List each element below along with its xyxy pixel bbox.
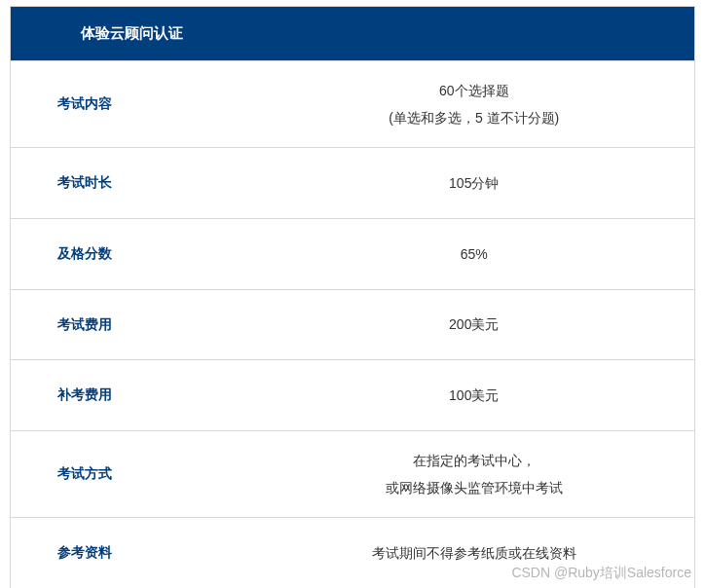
row-label-references: 参考资料	[11, 518, 254, 588]
value-line: 在指定的考试中心，	[274, 447, 676, 474]
table-row: 补考费用 100美元	[11, 360, 695, 431]
table-title: 体验云顾问认证	[11, 7, 254, 61]
row-label-duration: 考试时长	[11, 148, 254, 219]
row-label-exam-content: 考试内容	[11, 61, 254, 148]
value-line: (单选和多选，5 道不计分题)	[274, 104, 676, 131]
row-label-retake: 补考费用	[11, 360, 254, 431]
row-value-duration: 105分钟	[254, 148, 695, 219]
table-header-spacer	[254, 7, 695, 61]
row-value-exam-content: 60个选择题 (单选和多选，5 道不计分题)	[254, 61, 695, 148]
row-label-delivery: 考试方式	[11, 431, 254, 518]
table-header-row: 体验云顾问认证	[11, 7, 695, 61]
row-value-retake: 100美元	[254, 360, 695, 431]
table-row: 考试时长 105分钟	[11, 148, 695, 219]
table-row: 参考资料 考试期间不得参考纸质或在线资料	[11, 518, 695, 588]
value-line: 60个选择题	[274, 77, 676, 104]
certification-table: 体验云顾问认证 考试内容 60个选择题 (单选和多选，5 道不计分题) 考试时长…	[10, 6, 695, 588]
row-value-fee: 200美元	[254, 289, 695, 360]
table-row: 考试费用 200美元	[11, 289, 695, 360]
row-value-delivery: 在指定的考试中心， 或网络摄像头监管环境中考试	[254, 431, 695, 518]
row-label-passing: 及格分数	[11, 218, 254, 289]
row-label-fee: 考试费用	[11, 289, 254, 360]
table-row: 及格分数 65%	[11, 218, 695, 289]
table-row: 考试方式 在指定的考试中心， 或网络摄像头监管环境中考试	[11, 431, 695, 518]
row-value-references: 考试期间不得参考纸质或在线资料	[254, 518, 695, 588]
value-line: 或网络摄像头监管环境中考试	[274, 474, 676, 501]
row-value-passing: 65%	[254, 218, 695, 289]
table-row: 考试内容 60个选择题 (单选和多选，5 道不计分题)	[11, 61, 695, 148]
